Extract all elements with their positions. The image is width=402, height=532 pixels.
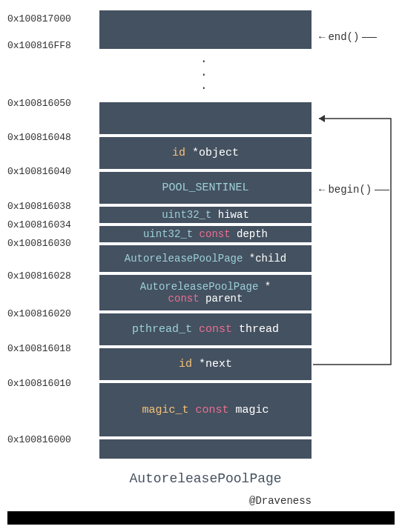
cell-top-empty (98, 9, 313, 50)
arrow-icon: ← (319, 184, 325, 196)
line-icon (362, 37, 377, 38)
magic-name: magic (229, 404, 269, 416)
cell-hiwat: uint32_t hiwat (98, 205, 313, 225)
cell-parent: AutoreleasePoolPage * const parent (98, 273, 313, 312)
addr-040: 0x100816040 (7, 166, 98, 177)
cell-depth: uint32_t const depth (98, 225, 313, 244)
parent-const: const (168, 293, 200, 305)
parent-type: AutoreleasePoolPage (140, 281, 259, 293)
object-name: *object (185, 147, 239, 159)
magic-type: magic_t (142, 404, 188, 416)
label-begin: ← begin() (319, 184, 389, 196)
addr-028: 0x100816028 (7, 270, 98, 282)
depth-const: const (193, 228, 230, 240)
dot: · (200, 68, 209, 82)
addr-050: 0x100816050 (7, 98, 98, 109)
title: AutoreleasePoolPage (98, 465, 313, 492)
addr-top: 0x100817000 (7, 13, 98, 24)
addr-030: 0x100816030 (7, 238, 98, 249)
black-bar (7, 511, 395, 525)
depth-name: depth (231, 228, 268, 240)
cell-child: AutoreleasePoolPage *child (98, 244, 313, 273)
arrow-icon: ← (319, 31, 325, 43)
dot: · (200, 55, 209, 68)
addr-020: 0x100816020 (7, 308, 98, 319)
addr-000: 0x100816000 (7, 434, 98, 445)
cell-sentinel: POOL_SENTINEL (98, 170, 313, 205)
hiwat-name: hiwat (211, 209, 248, 221)
next-pointer-arrow (313, 111, 398, 370)
child-type: AutoreleasePoolPage (125, 253, 243, 265)
label-end: ← end() (319, 31, 377, 43)
cell-object: id *object (98, 136, 313, 170)
dot: · (200, 82, 209, 95)
magic-const: const (188, 404, 228, 416)
addr-010: 0x100816010 (7, 378, 98, 389)
type-id: id (172, 147, 185, 159)
parent-name: parent (200, 293, 243, 305)
cell-magic: magic_t const magic (98, 382, 313, 438)
depth-type: uint32_t (143, 228, 193, 240)
parent-star: * (258, 281, 271, 293)
begin-text: begin() (328, 184, 372, 196)
addr-038: 0x100816038 (7, 201, 98, 212)
thread-name: thread (232, 323, 279, 336)
cell-next: id *next (98, 347, 313, 382)
thread-type: pthread_t (132, 323, 192, 336)
addr-048: 0x100816048 (7, 132, 98, 143)
line-icon (375, 190, 389, 190)
next-name: *next (192, 358, 232, 370)
addr-ff8: 0x100816FF8 (7, 40, 98, 51)
cell-bottom-empty (98, 438, 313, 460)
addr-018: 0x100816018 (7, 343, 98, 354)
thread-const: const (192, 323, 232, 336)
cell-empty-050 (98, 101, 313, 136)
addr-034: 0x100816034 (7, 219, 98, 230)
attribution: @Draveness (249, 495, 312, 507)
child-name: *child (243, 253, 286, 265)
hiwat-type: uint32_t (162, 209, 211, 221)
sentinel-text: POOL_SENTINEL (162, 182, 248, 194)
end-text: end() (328, 31, 359, 43)
cell-thread: pthread_t const thread (98, 312, 313, 347)
next-id: id (179, 358, 192, 370)
